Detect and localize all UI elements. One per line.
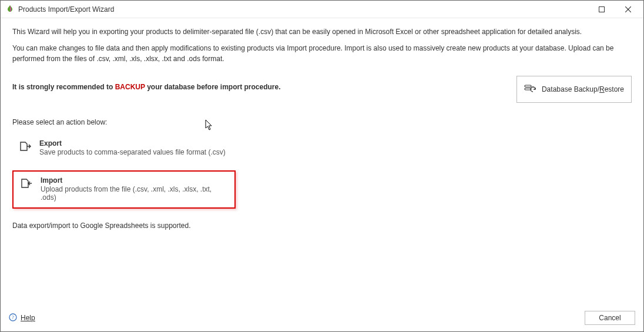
export-description: Save products to comma-separated values … (39, 148, 226, 156)
recommendation-row: It is strongly recommended to BACKUP you… (12, 76, 632, 103)
title-bar: Products Import/Export Wizard (1, 1, 643, 18)
export-icon (18, 140, 31, 153)
svg-rect-4 (525, 88, 531, 90)
content-area: This Wizard will help you in exporting y… (1, 18, 643, 230)
recommendation-text: It is strongly recommended to BACKUP you… (12, 76, 516, 91)
cancel-button[interactable]: Cancel (585, 311, 635, 325)
recommendation-suffix: your database before import procedure. (145, 83, 281, 91)
backup-restore-icon (524, 84, 536, 95)
svg-rect-3 (525, 85, 531, 87)
import-icon (19, 177, 32, 190)
database-backup-restore-button[interactable]: Database Backup/Restore (516, 76, 632, 103)
import-text: Import Upload products from the file (.c… (41, 176, 229, 202)
maximize-button[interactable] (588, 1, 615, 18)
import-title: Import (41, 176, 229, 185)
app-icon (5, 5, 15, 14)
close-button[interactable] (615, 1, 641, 18)
google-spreadsheets-note: Data export/import to Google Spreadsheet… (12, 222, 632, 230)
export-title: Export (39, 139, 226, 147)
cancel-label: Cancel (599, 314, 620, 322)
help-link[interactable]: ? Help (9, 313, 35, 323)
footer-bar: ? Help Cancel (1, 304, 643, 331)
window-title: Products Import/Export Wizard (18, 5, 588, 14)
backup-button-label: Database Backup/Restore (542, 85, 624, 93)
backup-word: BACKUP (115, 83, 145, 91)
recommendation-prefix: It is strongly recommended to (12, 83, 115, 91)
svg-text:?: ? (12, 314, 14, 320)
help-label: Help (21, 314, 35, 322)
action-prompt: Please select an action below: (12, 118, 632, 126)
help-icon: ? (9, 313, 17, 323)
import-option[interactable]: Import Upload products from the file (.c… (12, 170, 236, 209)
intro-paragraph-1: This Wizard will help you in exporting y… (12, 26, 632, 37)
svg-rect-0 (599, 6, 604, 12)
export-text: Export Save products to comma-separated … (39, 139, 226, 156)
export-option[interactable]: Export Save products to comma-separated … (12, 135, 236, 162)
import-description: Upload products from the file (.csv, .xm… (41, 185, 229, 202)
options-list: Export Save products to comma-separated … (12, 135, 632, 209)
intro-paragraph-2: You can make changes to file data and th… (12, 43, 632, 64)
